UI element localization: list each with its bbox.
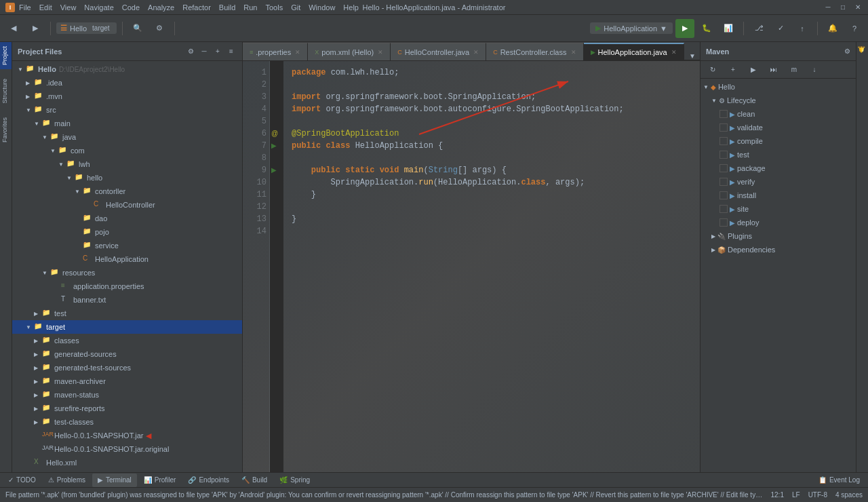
bottom-tab-terminal[interactable]: ▶ Terminal xyxy=(92,474,137,487)
maven-clean[interactable]: ▶ clean xyxy=(701,107,856,121)
bottom-tab-problems[interactable]: ⚠ Problems xyxy=(43,474,91,487)
tree-item-main[interactable]: ▼ 📁 main xyxy=(12,117,242,130)
maven-phase-checkbox-verify[interactable] xyxy=(719,178,728,186)
tree-item-idea[interactable]: ▶ 📁 .idea xyxy=(12,76,242,90)
maven-skip-tests-btn[interactable]: ⏭ xyxy=(764,60,783,79)
tree-item-hello[interactable]: ▼ 📁 Hello D:\IDEAproject2\Hello xyxy=(12,62,242,76)
tree-item-hello-application[interactable]: C HelloApplication xyxy=(12,252,242,266)
commit-button[interactable]: ✓ xyxy=(771,19,790,38)
maven-validate[interactable]: ▶ validate xyxy=(701,121,856,134)
tree-item-application-properties[interactable]: ≡ application.properties xyxy=(12,279,242,293)
project-expand-icon[interactable]: + xyxy=(212,46,223,57)
tab-properties[interactable]: ≡ .properties ✕ xyxy=(243,43,308,60)
search-button[interactable]: 🔍 xyxy=(128,19,147,38)
tree-item-maven-status[interactable]: ▶ 📁 maven-status xyxy=(12,388,242,402)
bottom-tab-profiler[interactable]: 📊 Profiler xyxy=(138,474,182,487)
tree-item-test[interactable]: ▶ 📁 test xyxy=(12,307,242,320)
menu-build[interactable]: Build xyxy=(219,3,235,12)
maven-run-btn[interactable]: ▶ xyxy=(744,60,763,79)
maven-phase-checkbox-package[interactable] xyxy=(719,164,728,172)
maven-plugins[interactable]: ▶ 🔌 Plugins xyxy=(701,229,856,243)
bottom-tab-endpoints[interactable]: 🔗 Endpoints xyxy=(182,474,234,487)
maven-hello-root[interactable]: ▼ ◆ Hello xyxy=(701,80,856,94)
maven-refresh-btn[interactable]: ↻ xyxy=(703,60,722,79)
maven-generate-btn[interactable]: m xyxy=(785,60,804,79)
tree-item-pojo[interactable]: 📁 pojo xyxy=(12,225,242,239)
menu-code[interactable]: Code xyxy=(122,3,140,12)
project-gear-icon[interactable]: ≡ xyxy=(226,46,237,57)
maven-dependencies[interactable]: ▶ 📦 Dependencies xyxy=(701,243,856,256)
cursor-position[interactable]: 12:1 xyxy=(770,491,783,499)
tab-pom-xml[interactable]: X pom.xml (Hello) ✕ xyxy=(308,43,391,60)
tree-item-maven-archiver[interactable]: ▶ 📁 maven-archiver xyxy=(12,374,242,388)
maven-download-btn[interactable]: ↓ xyxy=(805,60,824,79)
run-button[interactable]: ▶ xyxy=(675,19,694,38)
bottom-tab-spring[interactable]: 🌿 Spring xyxy=(274,474,315,487)
menu-edit[interactable]: Edit xyxy=(39,3,52,12)
tree-item-mvn[interactable]: ▶ 📁 .mvn xyxy=(12,90,242,103)
help-button[interactable]: ? xyxy=(845,19,864,38)
maven-settings-icon[interactable]: ⚙ xyxy=(844,47,850,55)
tree-item-com[interactable]: ▼ 📁 com xyxy=(12,144,242,157)
back-button[interactable]: ◀ xyxy=(4,19,23,38)
maven-lifecycle[interactable]: ▼ ⚙ Lifecycle xyxy=(701,94,856,107)
maven-deploy[interactable]: ▶ deploy xyxy=(701,216,856,229)
tree-item-java[interactable]: ▼ 📁 java xyxy=(12,130,242,144)
tree-item-hello-controller[interactable]: C HelloController xyxy=(12,198,242,212)
menu-git[interactable]: Git xyxy=(291,3,300,12)
forward-button[interactable]: ▶ xyxy=(26,19,45,38)
notifications-tab[interactable]: 🔔 xyxy=(856,42,866,58)
menu-analyze[interactable]: Analyze xyxy=(148,3,174,12)
settings-button[interactable]: ⚙ xyxy=(150,19,169,38)
bottom-tab-todo[interactable]: ✓ TODO xyxy=(3,474,41,487)
line-ending[interactable]: LF xyxy=(792,491,800,499)
maven-phase-checkbox-clean[interactable] xyxy=(719,110,728,118)
maven-phase-checkbox-compile[interactable] xyxy=(719,137,728,145)
tree-item-service[interactable]: 📁 service xyxy=(12,239,242,252)
menu-file[interactable]: File xyxy=(19,3,31,12)
tree-item-controller-folder[interactable]: ▼ 📁 contorller xyxy=(12,185,242,198)
tree-item-resources[interactable]: ▼ 📁 resources xyxy=(12,266,242,279)
menu-refactor[interactable]: Refactor xyxy=(182,3,211,12)
tree-item-snapshot-jar-original[interactable]: JAR Hello-0.0.1-SNAPSHOT.jar.original xyxy=(12,442,242,456)
maven-package[interactable]: ▶ package xyxy=(701,161,856,175)
close-button[interactable]: ✕ xyxy=(853,3,863,12)
maven-add-btn[interactable]: + xyxy=(724,60,743,79)
run-gutter-icon-line7[interactable]: ▶ xyxy=(271,140,277,152)
project-collapse-icon[interactable]: ─ xyxy=(199,46,210,57)
menu-help[interactable]: Help xyxy=(343,3,359,12)
menu-navigate[interactable]: Navigate xyxy=(84,3,113,12)
bottom-tab-build[interactable]: 🔨 Build xyxy=(236,474,273,487)
notifications-button[interactable]: 🔔 xyxy=(823,19,842,38)
maven-install[interactable]: ▶ install xyxy=(701,189,856,202)
tab-close-pom[interactable]: ✕ xyxy=(378,49,383,56)
tree-item-target[interactable]: ▼ 📁 target xyxy=(12,320,242,334)
menu-tools[interactable]: Tools xyxy=(265,3,283,12)
run-gutter-icon-line9[interactable]: ▶ xyxy=(271,164,277,176)
tree-item-surefire-reports[interactable]: ▶ 📁 surefire-reports xyxy=(12,402,242,415)
tab-close-properties[interactable]: ✕ xyxy=(295,49,300,56)
tree-item-test-classes[interactable]: ▶ 📁 test-classes xyxy=(12,415,242,429)
tab-rest-controller[interactable]: C RestController.class ✕ xyxy=(486,43,583,60)
maven-site[interactable]: ▶ site xyxy=(701,202,856,216)
tab-close-rest[interactable]: ✕ xyxy=(571,49,576,56)
tree-item-hello-xml[interactable]: X Hello.xml xyxy=(12,456,242,469)
push-button[interactable]: ↑ xyxy=(793,19,812,38)
maven-test[interactable]: ▶ test xyxy=(701,148,856,161)
favorites-side-tab[interactable]: Favorites xyxy=(0,113,12,147)
tab-hello-application[interactable]: ▶ HelloApplication.java ✕ xyxy=(584,43,684,60)
tree-item-pom-xml[interactable]: X pom.xml xyxy=(12,469,242,472)
vcs-button[interactable]: ⎇ xyxy=(749,19,768,38)
tree-item-banner-txt[interactable]: T banner.txt xyxy=(12,293,242,307)
gutter-9[interactable]: ▶ xyxy=(271,164,282,176)
project-settings-icon[interactable]: ⚙ xyxy=(185,46,196,57)
indent-size[interactable]: 4 spaces xyxy=(835,491,863,499)
maven-compile[interactable]: ▶ compile xyxy=(701,134,856,148)
maven-phase-checkbox-install[interactable] xyxy=(719,191,728,199)
maven-phase-checkbox-test[interactable] xyxy=(719,151,728,159)
recent-files-icon[interactable]: ▼ xyxy=(689,52,696,60)
menu-window[interactable]: Window xyxy=(309,3,335,12)
tab-close-hello-app[interactable]: ✕ xyxy=(671,49,677,56)
coverage-button[interactable]: 📊 xyxy=(719,19,738,38)
minimize-button[interactable]: ─ xyxy=(823,3,833,12)
